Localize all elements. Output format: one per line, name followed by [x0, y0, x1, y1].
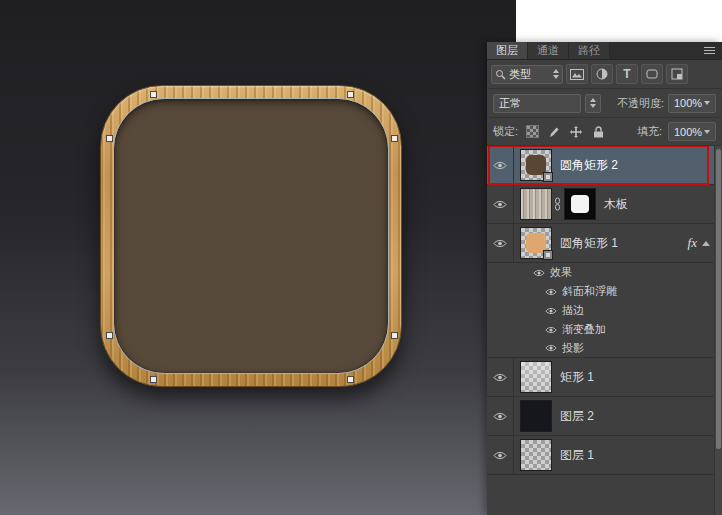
smart-object-icon	[671, 68, 683, 80]
eye-icon	[493, 239, 507, 248]
lock-all-button[interactable]	[590, 124, 606, 140]
visibility-toggle[interactable]	[487, 358, 514, 396]
layer-mask-thumbnail[interactable]	[564, 188, 596, 220]
layer-row-layer-1[interactable]: 图层 1	[487, 436, 722, 475]
path-anchor-handle[interactable]	[391, 332, 398, 339]
visibility-toggle[interactable]	[487, 397, 514, 435]
effect-row-drop-shadow[interactable]: 投影	[487, 339, 722, 358]
path-anchor-handle[interactable]	[347, 91, 354, 98]
eye-icon	[493, 161, 507, 170]
effect-row-gradient-overlay[interactable]: 渐变叠加	[487, 320, 722, 339]
effects-header-row[interactable]: 效果	[487, 263, 722, 282]
layer-name[interactable]: 图层 2	[560, 408, 594, 425]
layers-panel: 图层 通道 路径 类型	[487, 42, 722, 515]
wood-frame-shape	[100, 85, 402, 387]
path-anchor-handle[interactable]	[347, 376, 354, 383]
layer-thumbnail[interactable]	[520, 361, 552, 393]
effect-label: 斜面和浮雕	[562, 284, 617, 299]
layer-row-rect-1[interactable]: 矩形 1	[487, 358, 722, 397]
panel-scrollbar[interactable]	[714, 146, 722, 515]
layer-name[interactable]: 圆角矩形 2	[560, 157, 618, 174]
layer-name[interactable]: 木板	[604, 196, 628, 213]
eye-icon[interactable]	[545, 344, 557, 352]
mask-shape	[571, 195, 589, 213]
path-anchor-handle[interactable]	[106, 332, 113, 339]
padlock-icon	[593, 126, 604, 138]
panel-menu-button[interactable]	[696, 42, 722, 59]
blend-mode-dropdown[interactable]: 正常	[493, 94, 581, 113]
layer-thumbnail[interactable]	[520, 439, 552, 471]
step-up-icon	[590, 98, 596, 102]
step-down-icon	[590, 104, 596, 108]
lock-image-pixels-button[interactable]	[546, 124, 562, 140]
lock-transparent-pixels-button[interactable]	[524, 124, 540, 140]
layer-thumbnail[interactable]	[520, 400, 552, 432]
visibility-toggle[interactable]	[487, 224, 514, 262]
move-arrows-icon	[570, 126, 582, 138]
eye-icon[interactable]	[545, 288, 557, 296]
filter-adjustment-layers-button[interactable]	[591, 64, 613, 84]
type-letter-icon: T	[623, 67, 630, 81]
effects-header-label: 效果	[550, 265, 572, 280]
layer-name[interactable]: 矩形 1	[560, 369, 594, 386]
eye-icon[interactable]	[533, 269, 545, 277]
effect-row-stroke[interactable]: 描边	[487, 301, 722, 320]
fill-dropdown[interactable]: 100%	[668, 122, 716, 141]
eye-icon	[493, 412, 507, 421]
image-icon	[570, 69, 584, 80]
document-canvas[interactable]	[0, 0, 516, 515]
path-anchor-handle[interactable]	[150, 376, 157, 383]
dropdown-stepper-icon	[553, 69, 559, 79]
layer-thumbnail[interactable]	[520, 149, 552, 181]
eye-icon	[493, 373, 507, 382]
blend-opacity-row: 正常 不透明度: 100%	[487, 89, 722, 118]
checkerboard-icon	[526, 125, 539, 138]
vector-mask-badge-icon	[543, 250, 553, 260]
eye-icon[interactable]	[545, 326, 557, 334]
filter-kind-dropdown[interactable]: 类型	[491, 65, 563, 84]
visibility-toggle[interactable]	[487, 436, 514, 474]
search-icon	[495, 69, 506, 80]
layer-name[interactable]: 圆角矩形 1	[560, 235, 618, 252]
link-icon	[554, 197, 561, 211]
layer-thumbnail[interactable]	[520, 188, 552, 220]
tab-channels[interactable]: 通道	[528, 42, 569, 59]
opacity-value: 100%	[674, 97, 702, 109]
eye-icon[interactable]	[545, 307, 557, 315]
chevron-down-icon	[704, 101, 710, 105]
effect-label: 渐变叠加	[562, 322, 606, 337]
panel-tab-bar: 图层 通道 路径	[487, 42, 722, 60]
photoshop-window: 图层 通道 路径 类型	[0, 0, 722, 515]
path-anchor-handle[interactable]	[106, 135, 113, 142]
fx-icon: fx	[688, 235, 697, 251]
filter-type-layers-button[interactable]: T	[616, 64, 638, 84]
blend-mode-value: 正常	[499, 96, 521, 111]
effect-label: 描边	[562, 303, 584, 318]
adjustment-circle-icon	[596, 68, 608, 80]
path-anchor-handle[interactable]	[150, 91, 157, 98]
lock-position-button[interactable]	[568, 124, 584, 140]
eye-icon	[493, 200, 507, 209]
filter-smart-object-button[interactable]	[666, 64, 688, 84]
visibility-toggle[interactable]	[487, 146, 514, 184]
effect-label: 投影	[562, 341, 584, 356]
layer-thumbnail[interactable]	[520, 227, 552, 259]
filter-shape-layers-button[interactable]	[641, 64, 663, 84]
layer-name[interactable]: 图层 1	[560, 447, 594, 464]
visibility-toggle[interactable]	[487, 185, 514, 223]
thumbnail-shape	[521, 362, 551, 392]
layer-row-rounded-rect-1[interactable]: 圆角矩形 1 fx	[487, 224, 722, 263]
effect-row-bevel-emboss[interactable]: 斜面和浮雕	[487, 282, 722, 301]
scrollbar-thumb[interactable]	[716, 149, 721, 449]
tab-paths[interactable]: 路径	[569, 42, 610, 59]
layer-row-rounded-rect-2[interactable]: 圆角矩形 2	[487, 146, 722, 185]
blend-mode-stepper[interactable]	[585, 94, 601, 113]
lock-fill-row: 锁定: 填充: 100%	[487, 118, 722, 146]
opacity-dropdown[interactable]: 100%	[668, 94, 716, 113]
tab-layers[interactable]: 图层	[487, 42, 528, 59]
shape-rectangle-icon	[646, 68, 658, 80]
path-anchor-handle[interactable]	[391, 135, 398, 142]
filter-pixel-layers-button[interactable]	[566, 64, 588, 84]
layer-row-wood-board[interactable]: 木板	[487, 185, 722, 224]
layer-row-layer-2[interactable]: 图层 2	[487, 397, 722, 436]
